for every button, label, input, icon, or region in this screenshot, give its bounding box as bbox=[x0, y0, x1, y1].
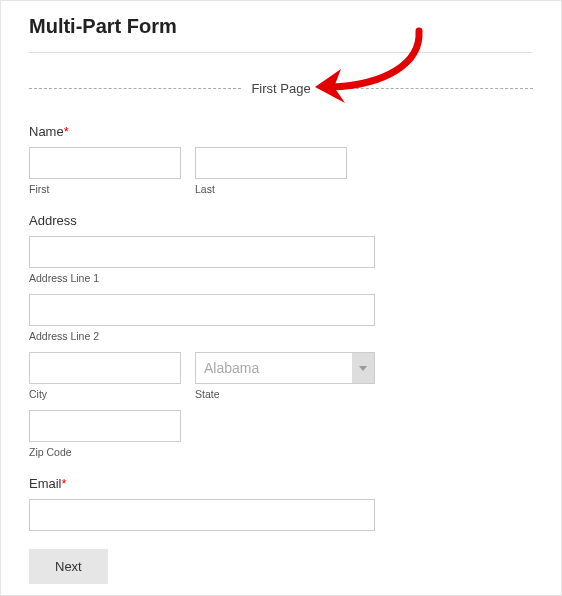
page-marker-row: First Page bbox=[29, 81, 533, 96]
name-label: Name* bbox=[29, 124, 533, 139]
city-input[interactable] bbox=[29, 352, 181, 384]
address-label: Address bbox=[29, 213, 533, 228]
form-container: Multi-Part Form First Page Name* First L… bbox=[0, 0, 562, 596]
address-line1-input[interactable] bbox=[29, 236, 375, 268]
first-name-sublabel: First bbox=[29, 183, 181, 195]
divider bbox=[29, 52, 533, 53]
email-label-text: Email bbox=[29, 476, 62, 491]
annotation-arrow-icon bbox=[301, 25, 431, 120]
address-line2-input[interactable] bbox=[29, 294, 375, 326]
state-sublabel: State bbox=[195, 388, 375, 400]
chevron-down-icon bbox=[352, 353, 374, 383]
dashed-right bbox=[321, 88, 533, 89]
email-label: Email* bbox=[29, 476, 533, 491]
next-button[interactable]: Next bbox=[29, 549, 108, 584]
address-line1-sublabel: Address Line 1 bbox=[29, 272, 533, 284]
last-name-sublabel: Last bbox=[195, 183, 347, 195]
zip-sublabel: Zip Code bbox=[29, 446, 533, 458]
city-sublabel: City bbox=[29, 388, 181, 400]
required-marker: * bbox=[62, 476, 67, 491]
dashed-left bbox=[29, 88, 241, 89]
required-marker: * bbox=[64, 124, 69, 139]
page-marker-label: First Page bbox=[241, 81, 320, 96]
first-name-input[interactable] bbox=[29, 147, 181, 179]
state-selected-value: Alabama bbox=[196, 360, 352, 376]
address-group: Address Address Line 1 Address Line 2 Ci… bbox=[29, 213, 533, 458]
last-name-input[interactable] bbox=[195, 147, 347, 179]
page-title: Multi-Part Form bbox=[29, 15, 533, 38]
email-group: Email* bbox=[29, 476, 533, 531]
name-label-text: Name bbox=[29, 124, 64, 139]
zip-input[interactable] bbox=[29, 410, 181, 442]
email-input[interactable] bbox=[29, 499, 375, 531]
state-select[interactable]: Alabama bbox=[195, 352, 375, 384]
name-group: Name* First Last bbox=[29, 124, 533, 195]
address-line2-sublabel: Address Line 2 bbox=[29, 330, 533, 342]
